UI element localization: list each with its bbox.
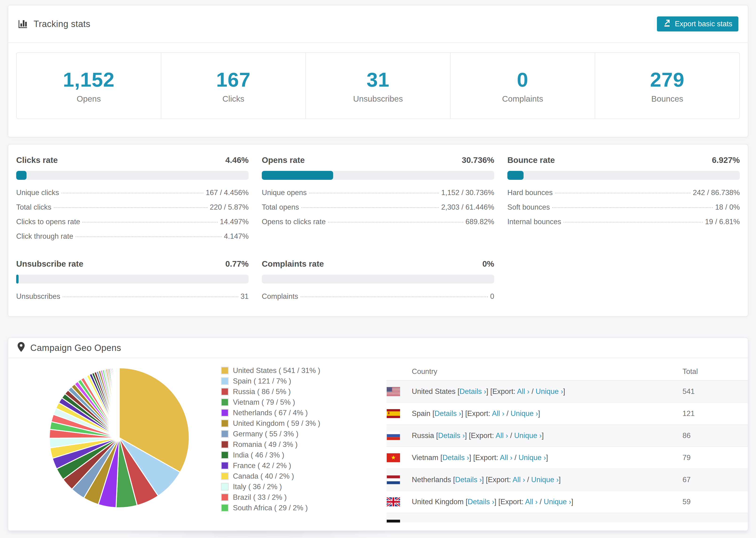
rate-progress-track: [262, 275, 494, 284]
geo-legend: United States ( 541 / 31% )Spain ( 121 /…: [221, 365, 331, 513]
dotted-leader: [82, 222, 217, 223]
flag-icon-us: [387, 387, 400, 396]
details-link[interactable]: Details ›: [459, 387, 486, 396]
details-link[interactable]: Details ›: [435, 409, 461, 418]
rate-detail-row: Total opens2,303 / 61.446%: [262, 200, 494, 215]
stat-complaints: 0Complaints: [451, 53, 595, 119]
rate-value: 0.77%: [225, 259, 249, 269]
dotted-leader: [309, 193, 439, 193]
tracking-stats-card: Tracking stats Export basic stats 1,152O…: [8, 5, 748, 137]
details-link[interactable]: Details ›: [438, 431, 465, 440]
export-prefix: [Export:: [473, 454, 498, 462]
legend-swatch: [221, 367, 229, 374]
flag-icon-ru: [387, 431, 400, 440]
rate-title: Clicks rate: [16, 155, 58, 165]
legend-item: India ( 46 / 3% ): [221, 450, 331, 460]
stat-label: Clicks: [222, 94, 244, 103]
country-name: Vietnam: [412, 454, 438, 462]
dotted-leader: [300, 296, 488, 297]
rate-value: 4.46%: [225, 155, 249, 165]
geo-table-row-partial: [387, 513, 748, 522]
stat-label: Bounces: [651, 94, 683, 103]
export-unique-link[interactable]: Unique ›: [518, 454, 546, 462]
legend-label: France ( 42 / 2% ): [233, 461, 291, 470]
export-prefix: [Export:: [465, 409, 490, 418]
export-unique-link[interactable]: Unique ›: [536, 387, 563, 396]
geo-pie-chart: [48, 366, 191, 510]
rate-detail-label: Unsubscribes: [16, 292, 60, 301]
geo-table-row-gb: United Kingdom [Details ›] [Export: All …: [387, 491, 748, 513]
total-cell: 86: [682, 431, 748, 440]
rate-detail-label: Hard bounces: [507, 188, 553, 197]
bracket: ]: [469, 454, 471, 462]
export-all-link[interactable]: All ›: [500, 454, 512, 462]
rate-heading: Bounce rate6.927%: [507, 155, 740, 165]
stat-opens: 1,152Opens: [17, 53, 161, 119]
section-title: Campaign Geo Opens: [30, 343, 121, 353]
slash: /: [527, 476, 529, 484]
legend-item: United Kingdom ( 59 / 3% ): [221, 418, 331, 429]
bracket: ]: [546, 454, 548, 462]
export-all-link[interactable]: All ›: [517, 387, 529, 396]
rate-heading: Complaints rate0%: [262, 259, 494, 269]
legend-label: Canada ( 40 / 2% ): [233, 472, 294, 480]
dotted-leader: [62, 193, 203, 193]
geo-table-row-es: Spain [Details ›] [Export: All › / Uniqu…: [387, 403, 748, 425]
country-name: Netherlands: [412, 476, 451, 484]
legend-item: Germany ( 55 / 3% ): [221, 429, 331, 439]
legend-item: Russia ( 86 / 5% ): [221, 386, 331, 397]
legend-label: Romania ( 49 / 3% ): [233, 440, 298, 449]
rate-detail-value: 1,152 / 30.736%: [441, 188, 494, 197]
export-unique-link[interactable]: Unique ›: [514, 431, 542, 440]
dotted-leader: [301, 207, 439, 208]
rate-detail-value: 2,303 / 61.446%: [441, 203, 494, 211]
pie-slice[interactable]: [119, 368, 119, 438]
legend-swatch: [221, 462, 229, 469]
rate-progress-fill: [262, 171, 333, 180]
export-all-link[interactable]: All ›: [513, 476, 525, 484]
legend-swatch: [221, 419, 229, 427]
dotted-leader: [76, 237, 222, 237]
rate-detail-row: Total clicks220 / 5.87%: [16, 200, 249, 215]
details-link[interactable]: Details ›: [442, 454, 469, 462]
country-cell: United Kingdom [Details ›] [Export: All …: [412, 498, 682, 506]
stat-clicks: 167Clicks: [161, 53, 306, 119]
geo-table-row-nl: Netherlands [Details ›] [Export: All › /…: [387, 469, 748, 491]
bracket: [: [432, 409, 435, 418]
bracket: ]: [495, 498, 497, 506]
export-unique-link[interactable]: Unique ›: [544, 498, 571, 506]
export-all-link[interactable]: All ›: [525, 498, 538, 506]
legend-label: United States ( 541 / 31% ): [233, 366, 320, 375]
legend-item: Italy ( 36 / 2% ): [221, 481, 331, 492]
rates-card: Clicks rate4.46%Unique clicks167 / 4.456…: [8, 144, 748, 317]
rate-progress-track: [16, 171, 249, 180]
export-prefix: [Export:: [469, 431, 494, 440]
legend-label: Netherlands ( 67 / 4% ): [233, 409, 308, 417]
rate-detail-value: 167 / 4.456%: [206, 188, 249, 197]
rate-progress-track: [507, 171, 740, 180]
stat-label: Complaints: [502, 94, 543, 103]
export-unique-link[interactable]: Unique ›: [511, 409, 538, 418]
rate-detail-row: Soft bounces18 / 0%: [507, 200, 740, 215]
page-title: Tracking stats: [33, 19, 90, 29]
rate-detail-row: Opens to clicks rate689.82%: [262, 215, 494, 229]
bracket: ]: [542, 431, 544, 440]
details-link[interactable]: Details ›: [468, 498, 495, 506]
legend-item: Canada ( 40 / 2% ): [221, 471, 331, 481]
legend-item: Spain ( 121 / 7% ): [221, 376, 331, 386]
legend-item: Netherlands ( 67 / 4% ): [221, 407, 331, 418]
stat-label: Unsubscribes: [353, 94, 403, 103]
details-link[interactable]: Details ›: [455, 476, 482, 484]
rate-detail-label: Clicks to opens rate: [16, 218, 80, 226]
bracket: ]: [538, 409, 540, 418]
bracket: [: [436, 431, 438, 440]
legend-swatch: [221, 483, 229, 491]
stat-value: 1,152: [63, 68, 115, 91]
stat-bounces: 279Bounces: [595, 53, 739, 119]
export-all-link[interactable]: All ›: [492, 409, 504, 418]
export-all-link[interactable]: All ›: [496, 431, 508, 440]
slash: /: [507, 409, 509, 418]
rate-section-opens: Opens rate30.736%Unique opens1,152 / 30.…: [262, 155, 494, 243]
export-basic-stats-button[interactable]: Export basic stats: [657, 17, 738, 31]
export-unique-link[interactable]: Unique ›: [531, 476, 559, 484]
